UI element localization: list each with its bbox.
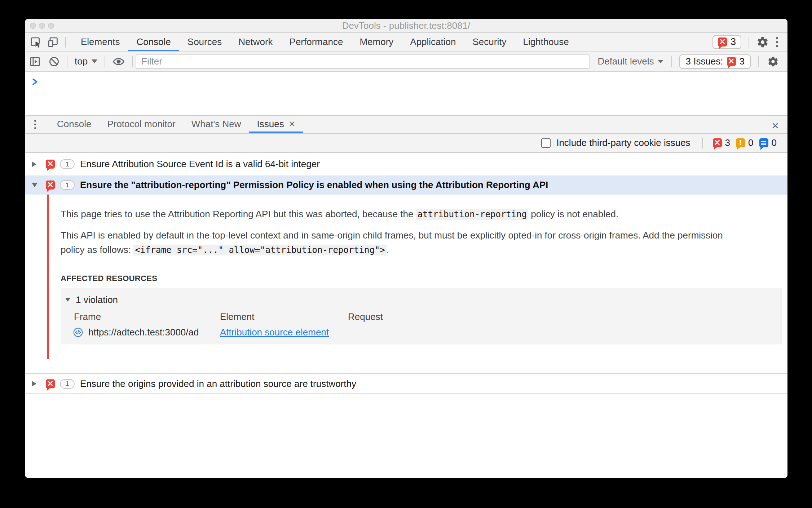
column-header-element: Element — [220, 311, 348, 322]
third-party-cookie-checkbox[interactable] — [541, 138, 551, 148]
expand-triangle-icon[interactable] — [32, 161, 36, 167]
main-tabbar: Elements Console Sources Network Perform… — [25, 33, 787, 52]
tab-performance[interactable]: Performance — [281, 33, 352, 51]
issue-count-pill: 1 — [60, 379, 75, 389]
issue-title: Ensure the "attribution-reporting" Permi… — [80, 179, 548, 191]
tab-lighthouse[interactable]: Lighthouse — [515, 33, 577, 51]
more-options-icon[interactable] — [776, 37, 778, 47]
divider — [702, 138, 703, 148]
error-count: 3 — [731, 36, 736, 48]
resources-table-header: Frame Element Request — [61, 311, 782, 322]
issues-list: 1 Ensure Attribution Source Event Id is … — [25, 153, 787, 478]
settings-gear-icon[interactable] — [756, 36, 769, 48]
code-snippet: <iframe src="..." allow="attribution-rep… — [133, 245, 387, 255]
log-levels-dropdown[interactable]: Default levels — [597, 56, 663, 67]
devtools-window: DevTools - publisher.test:8081/ Elements… — [25, 19, 787, 478]
warning-icon — [736, 138, 745, 147]
violation-toggle[interactable]: 1 violation — [61, 293, 782, 306]
clear-console-icon[interactable] — [49, 56, 59, 67]
divider — [105, 56, 105, 67]
issue-count-pill: 1 — [60, 159, 75, 169]
chevron-down-icon — [658, 60, 663, 63]
console-sidebar-toggle-icon[interactable] — [29, 56, 41, 67]
issue-row-event-id[interactable]: 1 Ensure Attribution Source Event Id is … — [25, 153, 787, 175]
frame-cell: https://adtech.test:3000/ad — [73, 327, 220, 338]
error-icon — [727, 57, 736, 66]
issue-detail-panel: This page tries to use the Attribution R… — [25, 195, 787, 359]
divider — [132, 56, 133, 67]
drawer-menu-icon[interactable] — [34, 120, 36, 129]
drawer-tabbar: Console Protocol monitor What's New Issu… — [25, 115, 787, 134]
tab-elements[interactable]: Elements — [72, 33, 128, 51]
issue-title: Ensure the origins provided in an attrib… — [80, 378, 356, 389]
error-icon — [46, 160, 55, 169]
console-output-area[interactable] — [25, 72, 787, 115]
console-toolbar: top Default levels 3 Issues: 3 — [25, 52, 787, 72]
third-party-cookie-label: Include third-party cookie issues — [556, 137, 690, 148]
empty-area — [25, 394, 787, 478]
console-prompt-chevron-icon — [31, 77, 39, 86]
error-count-badge: 3 — [713, 137, 730, 148]
divider — [65, 37, 66, 48]
error-icon — [46, 181, 55, 190]
attribution-source-element-link[interactable]: Attribution source element — [220, 327, 329, 338]
issue-title: Ensure Attribution Source Event Id is a … — [80, 159, 320, 170]
drawer-tab-issues[interactable]: Issues × — [249, 116, 303, 133]
context-selector-dropdown[interactable]: top — [75, 56, 97, 67]
error-count-button[interactable]: 3 — [712, 35, 741, 49]
desktop-background: { "window": { "title": "DevTools - publi… — [0, 0, 812, 508]
message-icon — [759, 138, 768, 147]
issues-counter-button[interactable]: 3 Issues: 3 — [679, 54, 751, 69]
tab-network[interactable]: Network — [230, 33, 281, 51]
console-settings-gear-icon[interactable] — [767, 56, 779, 67]
close-tab-icon[interactable]: × — [289, 119, 295, 129]
issue-row-permission-policy[interactable]: 1 Ensure the "attribution-reporting" Per… — [25, 175, 787, 195]
warning-count-badge: 0 — [736, 137, 753, 148]
tab-security[interactable]: Security — [464, 33, 515, 51]
affected-resources-panel: 1 violation Frame Element Request https: — [61, 288, 782, 344]
drawer-tab-whats-new[interactable]: What's New — [184, 116, 249, 133]
error-icon — [46, 379, 55, 388]
error-icon — [718, 37, 727, 46]
issue-count-pill: 1 — [60, 180, 75, 190]
issue-resolution-paragraph: This API is enabled by default in the to… — [61, 228, 735, 257]
frame-source-icon[interactable] — [73, 327, 83, 337]
drawer-tab-protocol-monitor[interactable]: Protocol monitor — [99, 116, 183, 133]
collapse-triangle-icon — [65, 298, 70, 302]
divider — [749, 37, 749, 48]
spacer — [25, 359, 787, 373]
device-toolbar-icon[interactable] — [47, 36, 59, 48]
issue-description-paragraph: This page tries to use the Attribution R… — [61, 207, 735, 222]
collapse-triangle-icon[interactable] — [32, 183, 37, 187]
live-expression-eye-icon[interactable] — [112, 56, 125, 67]
divider — [67, 56, 67, 67]
frame-url: https://adtech.test:3000/ad — [88, 327, 199, 338]
filter-input[interactable] — [136, 54, 590, 69]
issues-toolbar: Include third-party cookie issues 3 0 0 — [25, 134, 787, 153]
tab-console[interactable]: Console — [128, 33, 179, 51]
issue-row-trustworthy-origins[interactable]: 1 Ensure the origins provided in an attr… — [25, 373, 787, 394]
column-header-frame: Frame — [74, 311, 220, 322]
close-drawer-icon[interactable]: × — [772, 119, 779, 133]
inspect-element-icon[interactable] — [30, 36, 41, 48]
divider — [671, 56, 672, 67]
window-titlebar: DevTools - publisher.test:8081/ — [25, 19, 787, 33]
window-title: DevTools - publisher.test:8081/ — [25, 20, 787, 31]
tab-application[interactable]: Application — [402, 33, 464, 51]
column-header-request: Request — [348, 311, 782, 322]
divider — [758, 56, 759, 67]
code-snippet: attribution-reporting — [416, 209, 528, 220]
drawer-tab-console[interactable]: Console — [49, 116, 99, 133]
info-count-badge: 0 — [759, 137, 777, 148]
chevron-down-icon — [92, 59, 97, 63]
affected-resources-heading: AFFECTED RESOURCES — [61, 274, 782, 283]
resource-table-row: https://adtech.test:3000/ad Attribution … — [61, 327, 782, 338]
error-icon — [713, 138, 722, 147]
expand-triangle-icon[interactable] — [32, 381, 36, 387]
tab-memory[interactable]: Memory — [351, 33, 402, 51]
tab-sources[interactable]: Sources — [179, 33, 230, 51]
